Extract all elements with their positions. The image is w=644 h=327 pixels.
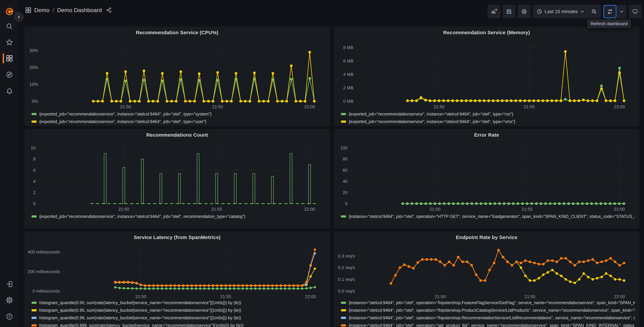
svg-text:21:50: 21:50 <box>435 294 446 299</box>
svg-text:21:55: 21:55 <box>524 294 536 299</box>
svg-text:4 MB: 4 MB <box>343 72 354 77</box>
legend-label: histogram_quantile(0.999, sum(rate(laten… <box>39 323 244 327</box>
panel-recommendation-memory: Recommendation Service (Memory) 0 MB2 MB… <box>334 27 639 126</box>
share-icon[interactable] <box>106 7 112 13</box>
endpoint-rate-legend: {instance="otelcol:9464", job="otel", op… <box>341 299 635 327</box>
dashboard-toolbar: Last 15 minutes <box>488 5 641 18</box>
svg-text:0.2 req/s: 0.2 req/s <box>338 265 355 270</box>
legend-label: histogram_quantile(0.99, sum(rate(latenc… <box>39 316 241 320</box>
legend-item[interactable]: histogram_quantile(0.99, sum(rate(latenc… <box>32 314 325 322</box>
latency-legend: histogram_quantile(0.50, sum(rate(latenc… <box>32 299 325 327</box>
sidebar-item-help[interactable]: ? <box>0 310 19 323</box>
chevron-down-icon <box>620 10 624 14</box>
legend-item[interactable]: {instance="otelcol:9464", job="otel", op… <box>341 213 635 220</box>
svg-text:21:55: 21:55 <box>522 207 532 212</box>
svg-text:400 milliseconds: 400 milliseconds <box>28 250 60 254</box>
svg-text:0.0 req/s: 0.0 req/s <box>338 288 355 294</box>
legend-swatch <box>341 324 346 326</box>
breadcrumb-dashboard-title[interactable]: Demo Dashboard <box>57 7 102 14</box>
svg-text:80: 80 <box>343 156 348 162</box>
zoom-out-button[interactable] <box>588 5 601 18</box>
time-range-picker[interactable]: Last 15 minutes <box>533 5 588 18</box>
svg-text:21:50: 21:50 <box>120 104 131 109</box>
chevron-down-icon <box>580 10 584 14</box>
dashboards-grid-icon <box>6 54 13 62</box>
legend-swatch <box>32 309 36 312</box>
legend-swatch <box>341 120 346 123</box>
legend-swatch <box>32 215 36 218</box>
refresh-icon <box>607 8 613 15</box>
svg-text:21:55: 21:55 <box>211 207 222 212</box>
svg-text:6: 6 <box>33 168 36 173</box>
svg-text:22:00: 22:00 <box>304 207 315 212</box>
svg-text:21:50: 21:50 <box>434 104 444 109</box>
legend-swatch <box>32 302 36 304</box>
breadcrumb-folder[interactable]: Demo <box>34 7 50 14</box>
svg-text:21:50: 21:50 <box>135 294 146 299</box>
panel-recommendation-cpu: Recommendation Service (CPU%) 0%10%20%30… <box>25 27 330 126</box>
gear-icon <box>521 8 527 15</box>
svg-text:30%: 30% <box>30 48 38 53</box>
legend-label: {exported_job="recommendationservice", i… <box>349 112 513 116</box>
legend-item[interactable]: histogram_quantile(0.95, sum(rate(latenc… <box>32 306 325 314</box>
svg-text:22:00: 22:00 <box>614 207 625 212</box>
dashboard-grid: Recommendation Service (CPU%) 0%10%20%30… <box>19 20 644 327</box>
dashboard-settings-button[interactable] <box>518 5 530 18</box>
legend-item[interactable]: {instance="otelcol:9464", job="otel", op… <box>341 322 635 327</box>
refresh-interval-dropdown[interactable] <box>617 5 626 18</box>
active-indicator <box>3 53 4 63</box>
svg-text:0: 0 <box>33 201 36 206</box>
svg-text:100: 100 <box>340 145 348 150</box>
refresh-tooltip: Refresh dashboard <box>587 20 631 28</box>
memory-legend: {exported_job="recommendationservice", i… <box>341 110 635 126</box>
legend-label: {instance="otelcol:9464", job="otel", op… <box>349 214 635 219</box>
legend-item[interactable]: {exported_job="recommendationservice", i… <box>32 110 325 118</box>
legend-label: {instance="otelcol:9464", job="otel", op… <box>349 323 635 327</box>
add-panel-button[interactable] <box>488 5 500 18</box>
sidebar-item-search[interactable] <box>0 20 19 33</box>
svg-text:21:50: 21:50 <box>118 207 129 212</box>
count-legend: {exported_job="recommendationservice", i… <box>32 213 325 220</box>
legend-label: {instance="otelcol:9464", job="otel", op… <box>349 316 635 320</box>
sidebar-item-dashboards[interactable] <box>0 52 19 65</box>
sidebar-item-alerting[interactable] <box>0 84 19 98</box>
svg-text:10: 10 <box>31 145 36 150</box>
cycle-view-button[interactable] <box>629 5 641 18</box>
refresh-dashboard-button[interactable] <box>603 5 616 18</box>
monitor-icon <box>632 8 638 15</box>
breadcrumb-separator: / <box>52 7 54 14</box>
legend-item[interactable]: {exported_job="recommendationservice", i… <box>32 118 325 126</box>
legend-item[interactable]: {instance="otelcol:9464", job="otel", op… <box>341 299 635 306</box>
legend-item[interactable]: {exported_job="recommendationservice", i… <box>341 118 635 126</box>
sign-in-icon <box>6 280 13 288</box>
legend-label: {exported_job="recommendationservice", i… <box>349 119 515 124</box>
sidebar-item-favorites[interactable] <box>0 36 19 49</box>
legend-item[interactable]: {exported_job="recommendationservice", i… <box>32 213 325 220</box>
save-dashboard-button[interactable] <box>503 5 515 18</box>
sidebar-expand-button[interactable]: › <box>14 12 24 22</box>
svg-text:8 MB: 8 MB <box>343 45 354 50</box>
svg-text:10%: 10% <box>30 82 38 87</box>
svg-text:2: 2 <box>33 190 36 195</box>
legend-item[interactable]: {exported_job="recommendationservice", i… <box>341 110 635 118</box>
legend-item[interactable]: histogram_quantile(0.50, sum(rate(latenc… <box>32 299 325 306</box>
svg-text:8: 8 <box>33 156 36 162</box>
refresh-group <box>603 5 626 18</box>
legend-label: {instance="otelcol:9464", job="otel", op… <box>349 308 635 312</box>
sidebar-item-settings[interactable] <box>0 294 19 307</box>
bell-icon <box>6 87 13 95</box>
clock-icon <box>536 9 542 14</box>
add-panel-icon <box>490 8 497 15</box>
legend-item[interactable]: {instance="otelcol:9464", job="otel", op… <box>341 306 635 314</box>
legend-swatch <box>341 113 346 115</box>
svg-text:2 MB: 2 MB <box>343 85 354 90</box>
legend-item[interactable]: histogram_quantile(0.999, sum(rate(laten… <box>32 322 325 327</box>
compass-icon <box>6 71 13 78</box>
sidebar: › <box>0 0 19 327</box>
legend-swatch <box>32 120 36 123</box>
legend-label: {exported_job="recommendationservice", i… <box>39 119 206 124</box>
svg-text:0: 0 <box>345 201 348 206</box>
sidebar-item-explore[interactable] <box>0 68 19 82</box>
legend-item[interactable]: {instance="otelcol:9464", job="otel", op… <box>341 314 635 322</box>
sidebar-item-sign-in[interactable] <box>0 278 19 291</box>
